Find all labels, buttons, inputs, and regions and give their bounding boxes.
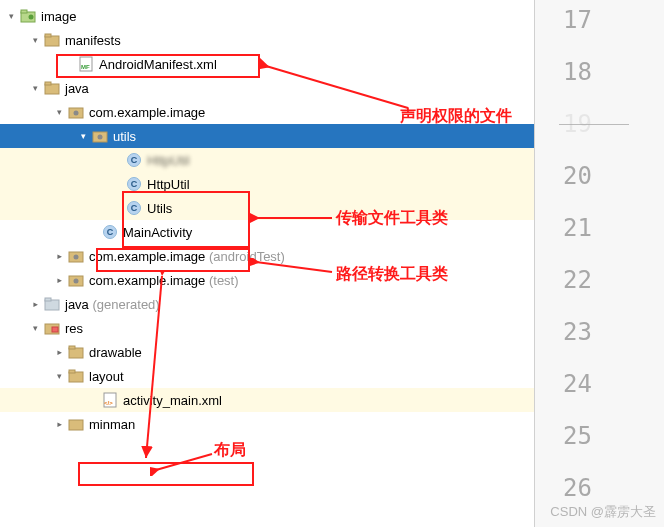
chevron-down-icon[interactable]: ▾ bbox=[4, 9, 18, 23]
svg-rect-20 bbox=[52, 327, 58, 332]
package-icon bbox=[68, 248, 84, 264]
svg-text:</>: </> bbox=[104, 400, 113, 406]
tree-label: manifests bbox=[65, 33, 121, 48]
chevron-down-icon[interactable]: ▾ bbox=[28, 33, 42, 47]
chevron-right-icon[interactable]: ▾ bbox=[52, 345, 66, 359]
tree-item-java[interactable]: ▾ java bbox=[0, 76, 534, 100]
chevron-right-icon[interactable]: ▾ bbox=[52, 273, 66, 287]
chevron-down-icon[interactable]: ▾ bbox=[52, 369, 66, 383]
class-icon: C bbox=[126, 200, 142, 216]
tree-label: java (generated) bbox=[65, 297, 160, 312]
svg-point-14 bbox=[74, 255, 79, 260]
line-number: 17 bbox=[535, 6, 664, 58]
highlight-box-activitymain bbox=[78, 462, 254, 486]
tree-item-androidmanifest[interactable]: ▾ MF AndroidManifest.xml bbox=[0, 52, 534, 76]
project-tree[interactable]: ▾ image ▾ manifests ▾ MF AndroidManifest… bbox=[0, 0, 534, 527]
chevron-down-icon[interactable]: ▾ bbox=[28, 321, 42, 335]
tree-item-image[interactable]: ▾ image bbox=[0, 4, 534, 28]
line-number: 20 bbox=[535, 162, 664, 214]
tree-label: HttpUtil bbox=[147, 153, 190, 168]
package-icon bbox=[68, 104, 84, 120]
tree-label: AndroidManifest.xml bbox=[99, 57, 217, 72]
tree-item-utils[interactable]: ▾ utils bbox=[0, 124, 534, 148]
svg-rect-8 bbox=[45, 82, 51, 85]
tree-label: Utils bbox=[147, 201, 172, 216]
svg-rect-22 bbox=[69, 346, 75, 349]
tree-item-drawable[interactable]: ▾ drawable bbox=[0, 340, 534, 364]
class-icon: C bbox=[126, 152, 142, 168]
tree-label: MainActivity bbox=[123, 225, 192, 240]
svg-point-10 bbox=[74, 111, 79, 116]
line-number: 18 bbox=[535, 58, 664, 110]
tree-item-pkg-test[interactable]: ▾ com.example.image (test) bbox=[0, 268, 534, 292]
tree-item-manifests[interactable]: ▾ manifests bbox=[0, 28, 534, 52]
xml-file-icon: </> bbox=[102, 392, 118, 408]
svg-rect-1 bbox=[21, 10, 27, 13]
tree-item-java-generated[interactable]: ▾ java (generated) bbox=[0, 292, 534, 316]
folder-icon bbox=[44, 80, 60, 96]
tree-label: com.example.image (androidTest) bbox=[89, 249, 285, 264]
arrow-icon bbox=[150, 452, 220, 476]
tree-item-layout[interactable]: ▾ layout bbox=[0, 364, 534, 388]
line-number: 23 bbox=[535, 318, 664, 370]
svg-point-16 bbox=[74, 279, 79, 284]
package-icon bbox=[92, 128, 108, 144]
tree-label: minman bbox=[89, 417, 135, 432]
class-icon: C bbox=[126, 176, 142, 192]
svg-line-32 bbox=[156, 454, 212, 470]
folder-icon bbox=[44, 296, 60, 312]
line-number: 19 bbox=[535, 110, 664, 162]
line-number: 22 bbox=[535, 266, 664, 318]
tree-label: utils bbox=[113, 129, 136, 144]
chevron-right-icon[interactable]: ▾ bbox=[52, 417, 66, 431]
folder-icon bbox=[68, 368, 84, 384]
tree-item-utils-class[interactable]: ▾ C Utils bbox=[0, 196, 534, 220]
folder-icon bbox=[68, 416, 84, 432]
class-icon: C bbox=[102, 224, 118, 240]
tree-item-pkg-androidtest[interactable]: ▾ com.example.image (androidTest) bbox=[0, 244, 534, 268]
folder-icon bbox=[68, 344, 84, 360]
tree-item-minman[interactable]: ▾ minman bbox=[0, 412, 534, 436]
xml-file-icon: MF bbox=[78, 56, 94, 72]
svg-rect-18 bbox=[45, 298, 51, 301]
svg-point-12 bbox=[98, 135, 103, 140]
tree-label: layout bbox=[89, 369, 124, 384]
tree-label: res bbox=[65, 321, 83, 336]
tree-item-mainactivity[interactable]: ▾ C MainActivity bbox=[0, 220, 534, 244]
watermark: CSDN @霹雳大圣 bbox=[550, 503, 656, 521]
tree-item-pkg-main[interactable]: ▾ com.example.image bbox=[0, 100, 534, 124]
res-folder-icon bbox=[44, 320, 60, 336]
line-number-gutter: 17 18 19 20 21 22 23 24 25 26 bbox=[534, 0, 664, 527]
chevron-right-icon[interactable]: ▾ bbox=[52, 249, 66, 263]
tree-item-activity-main[interactable]: ▾ </> activity_main.xml bbox=[0, 388, 534, 412]
tree-label: drawable bbox=[89, 345, 142, 360]
svg-rect-27 bbox=[69, 420, 83, 430]
line-number: 24 bbox=[535, 370, 664, 422]
svg-text:MF: MF bbox=[81, 64, 90, 70]
tree-item-class-blurred[interactable]: ▾ C HttpUtil bbox=[0, 148, 534, 172]
annotation-layout: 布局 bbox=[214, 440, 246, 461]
svg-point-2 bbox=[29, 15, 34, 20]
tree-label: image bbox=[41, 9, 76, 24]
tree-label: com.example.image (test) bbox=[89, 273, 239, 288]
module-folder-icon bbox=[20, 8, 36, 24]
line-number: 25 bbox=[535, 422, 664, 474]
tree-item-httputil[interactable]: ▾ C HttpUtil bbox=[0, 172, 534, 196]
svg-rect-4 bbox=[45, 34, 51, 37]
tree-label: java bbox=[65, 81, 89, 96]
line-number: 21 bbox=[535, 214, 664, 266]
folder-icon bbox=[44, 32, 60, 48]
svg-rect-24 bbox=[69, 370, 75, 373]
chevron-down-icon[interactable]: ▾ bbox=[52, 105, 66, 119]
chevron-right-icon[interactable]: ▾ bbox=[28, 297, 42, 311]
tree-item-res[interactable]: ▾ res bbox=[0, 316, 534, 340]
tree-label: com.example.image bbox=[89, 105, 205, 120]
tree-label: HttpUtil bbox=[147, 177, 190, 192]
chevron-down-icon[interactable]: ▾ bbox=[28, 81, 42, 95]
package-icon bbox=[68, 272, 84, 288]
tree-label: activity_main.xml bbox=[123, 393, 222, 408]
chevron-down-icon[interactable]: ▾ bbox=[76, 129, 90, 143]
